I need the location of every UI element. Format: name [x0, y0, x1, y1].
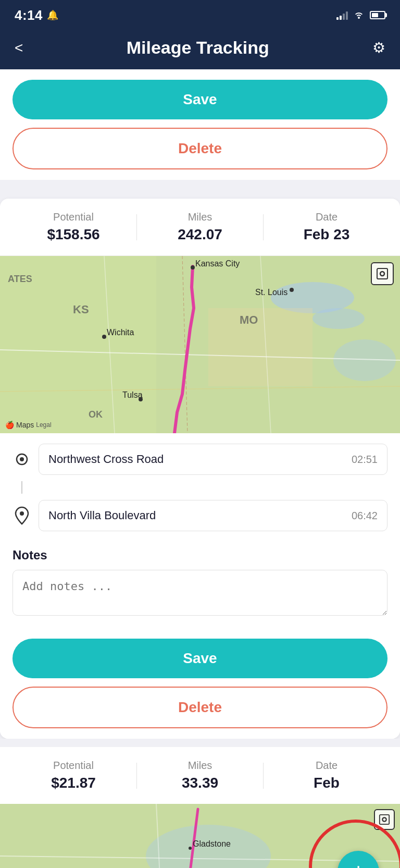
page-title: Mileage Tracking [127, 38, 269, 58]
stat-date-2: Date Feb [264, 760, 390, 791]
notes-section: Notes [0, 548, 400, 628]
map-svg-1: Kansas City St. Louis Wichita Tulsa KS M… [0, 256, 400, 433]
status-icons [336, 9, 385, 21]
svg-rect-24 [377, 268, 388, 279]
miles-value-2: 33.39 [137, 775, 263, 791]
svg-text:Gladstone: Gladstone [193, 839, 231, 848]
notes-input[interactable] [12, 570, 388, 616]
header: < Mileage Tracking ⚙ [0, 29, 400, 69]
battery-icon [370, 11, 385, 19]
origin-time: 02:51 [352, 454, 378, 466]
legal-link[interactable]: Legal [36, 421, 51, 429]
potential-value-2: $21.87 [10, 775, 136, 791]
svg-point-27 [20, 511, 24, 516]
date-value: Feb 23 [264, 226, 390, 243]
map-1[interactable]: Kansas City St. Louis Wichita Tulsa KS M… [0, 256, 400, 433]
map-expand-button-2[interactable] [374, 809, 395, 830]
location-connector [21, 481, 22, 494]
trip-card-2: Potential $21.87 Miles 33.39 Date Feb [0, 747, 400, 868]
destination-icon [12, 506, 31, 525]
top-save-button[interactable]: Save [12, 80, 388, 119]
svg-rect-5 [208, 308, 312, 386]
maps-label: Maps [16, 421, 34, 429]
stats-row: Potential $158.56 Miles 242.07 Date Feb … [0, 199, 400, 256]
svg-text:Wichita: Wichita [107, 328, 134, 337]
origin-icon [12, 450, 31, 469]
destination-input[interactable]: North Villa Boulevard 06:42 [39, 500, 388, 531]
notes-label: Notes [12, 548, 388, 563]
svg-point-39 [382, 817, 386, 821]
stats-row-2: Potential $21.87 Miles 33.39 Date Feb [0, 747, 400, 804]
svg-point-23 [380, 272, 384, 276]
map-2[interactable]: 152 Gladstone Kansas City Kansas City [0, 804, 400, 868]
svg-text:Kansas City: Kansas City [195, 259, 240, 268]
status-time: 4:14 [15, 7, 43, 23]
date-value-2: Feb [264, 775, 390, 791]
svg-point-34 [189, 847, 192, 850]
svg-text:Tulsa: Tulsa [122, 390, 143, 399]
potential-label: Potential [10, 211, 136, 223]
svg-point-26 [20, 457, 24, 461]
trip-card-1: Potential $158.56 Miles 242.07 Date Feb … [0, 199, 400, 739]
top-delete-button[interactable]: Delete [12, 128, 388, 169]
wifi-icon [353, 9, 365, 21]
stat-potential-2: Potential $21.87 [10, 760, 136, 791]
map-svg-2: 152 Gladstone Kansas City Kansas City [0, 804, 400, 868]
stat-miles: Miles 242.07 [137, 211, 263, 243]
potential-label-2: Potential [10, 760, 136, 772]
apple-logo-icon: 🍎 [5, 421, 14, 429]
map-expand-button[interactable] [371, 262, 394, 285]
svg-rect-40 [380, 815, 389, 824]
locations-section: Northwest Cross Road 02:51 North Villa B… [0, 433, 400, 548]
back-button[interactable]: < [15, 40, 23, 56]
bottom-delete-button[interactable]: Delete [12, 687, 388, 728]
top-buttons-section: Save Delete [0, 69, 400, 180]
miles-label: Miles [137, 211, 263, 223]
stat-date: Date Feb 23 [264, 211, 390, 243]
origin-name: Northwest Cross Road [48, 453, 164, 466]
second-card-section: Potential $21.87 Miles 33.39 Date Feb [0, 739, 400, 868]
settings-button[interactable]: ⚙ [372, 39, 385, 56]
date-label-2: Date [264, 760, 390, 772]
origin-row: Northwest Cross Road 02:51 [12, 444, 388, 475]
signal-icon [336, 10, 348, 20]
miles-value: 242.07 [137, 226, 263, 243]
svg-text:MO: MO [240, 313, 258, 326]
bell-icon: 🔔 [47, 9, 58, 21]
miles-label-2: Miles [137, 760, 263, 772]
svg-point-2 [312, 308, 365, 329]
bottom-save-button[interactable]: Save [12, 639, 388, 678]
origin-input[interactable]: Northwest Cross Road 02:51 [39, 444, 388, 475]
destination-row: North Villa Boulevard 06:42 [12, 500, 388, 531]
stat-potential: Potential $158.56 [10, 211, 136, 243]
map-attribution: 🍎 Maps Legal [5, 421, 52, 429]
svg-point-11 [191, 265, 195, 270]
date-label: Date [264, 211, 390, 223]
svg-text:St. Louis: St. Louis [255, 288, 288, 297]
svg-point-13 [102, 335, 106, 339]
potential-value: $158.56 [10, 226, 136, 243]
destination-name: North Villa Boulevard [48, 509, 156, 522]
stat-miles-2: Miles 33.39 [137, 760, 263, 791]
svg-text:OK: OK [89, 409, 103, 420]
status-bar: 4:14 🔔 [0, 0, 400, 29]
destination-time: 06:42 [352, 510, 378, 522]
svg-point-12 [290, 288, 294, 292]
bottom-buttons-section: Save Delete [0, 628, 400, 739]
svg-text:ATES: ATES [8, 274, 32, 284]
svg-text:KS: KS [73, 303, 89, 316]
